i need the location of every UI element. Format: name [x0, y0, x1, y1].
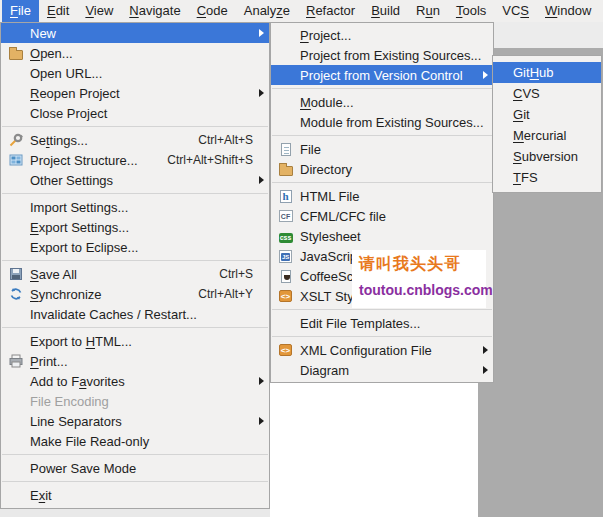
menu-item-project-structure[interactable]: Project Structure...Ctrl+Alt+Shift+S — [1, 150, 269, 170]
menubar-item-view[interactable]: View — [77, 0, 121, 22]
menu-item-export-to-html[interactable]: Export to HTML... — [1, 331, 269, 351]
menu-item-cfml-cfc-file[interactable]: CFML/CFC file — [271, 206, 493, 226]
menubar-item-navigate[interactable]: Navigate — [121, 0, 188, 22]
menu-item-synchronize[interactable]: SynchronizeCtrl+Alt+Y — [1, 284, 269, 304]
folder-icon — [7, 45, 24, 61]
menubar-item-window[interactable]: Window — [537, 0, 599, 22]
icon-slot — [7, 219, 24, 235]
icon-slot — [7, 373, 24, 389]
menu-item-label: Stylesheet — [300, 229, 361, 244]
watermark-line2: toutou.cnblogs.com — [359, 282, 486, 298]
menu-item-invalidate-caches-restart[interactable]: Invalidate Caches / Restart... — [1, 304, 269, 324]
menu-item-reopen-project[interactable]: Reopen Project — [1, 83, 269, 103]
menu-item-xml-configuration-file[interactable]: XML Configuration File — [271, 340, 493, 360]
menu-item-label: Edit File Templates... — [300, 316, 420, 331]
submenu-arrow-icon — [483, 71, 488, 79]
menu-item-label: Save All — [30, 267, 77, 282]
menu-item-add-to-favorites[interactable]: Add to Favorites — [1, 371, 269, 391]
menu-item-diagram[interactable]: Diagram — [271, 360, 493, 380]
menubar-item-run[interactable]: Run — [408, 0, 448, 22]
submenu-arrow-icon — [259, 377, 264, 385]
icon-slot — [7, 85, 24, 101]
folder-icon — [277, 161, 294, 177]
icon-slot — [7, 413, 24, 429]
structure-icon — [7, 152, 24, 168]
editor-background — [270, 379, 478, 517]
menubar-item-analyze[interactable]: Analyze — [236, 0, 298, 22]
menu-item-power-save-mode[interactable]: Power Save Mode — [1, 458, 269, 478]
menu-item-label: Module... — [300, 95, 354, 110]
menu-item-label: Open URL... — [30, 66, 102, 81]
menu-item-new[interactable]: New — [1, 23, 269, 43]
menu-item-project-from-version-control[interactable]: Project from Version Control — [271, 65, 493, 85]
new-submenu-popup: Project...Project from Existing Sources.… — [270, 22, 494, 383]
menu-item-subversion[interactable]: Subversion — [493, 146, 601, 167]
menu-item-save-all[interactable]: Save AllCtrl+S — [1, 264, 269, 284]
menu-separator — [2, 193, 268, 194]
shortcut-label: Ctrl+Alt+Y — [184, 287, 253, 301]
menu-item-line-separators[interactable]: Line Separators — [1, 411, 269, 431]
menu-item-cvs[interactable]: CVS — [493, 83, 601, 104]
menubar-item-help[interactable]: Help — [599, 0, 603, 22]
menu-item-label: Add to Favorites — [30, 374, 125, 389]
menu-item-label: Module from Existing Sources... — [300, 115, 484, 130]
menu-item-settings[interactable]: Settings...Ctrl+Alt+S — [1, 130, 269, 150]
menubar-item-edit[interactable]: Edit — [39, 0, 77, 22]
menu-item-label: Synchronize — [30, 287, 102, 302]
menu-item-file[interactable]: File — [271, 139, 493, 159]
menu-item-print[interactable]: Print... — [1, 351, 269, 371]
menu-separator — [272, 135, 492, 136]
menubar-item-build[interactable]: Build — [363, 0, 408, 22]
menu-item-module[interactable]: Module... — [271, 92, 493, 112]
menubar-item-vcs[interactable]: VCS — [494, 0, 537, 22]
menu-item-edit-file-templates[interactable]: Edit File Templates... — [271, 313, 493, 333]
menubar-item-tools[interactable]: Tools — [448, 0, 494, 22]
menu-item-stylesheet[interactable]: Stylesheet — [271, 226, 493, 246]
menu-item-label: Project from Existing Sources... — [300, 48, 481, 63]
menu-item-close-project[interactable]: Close Project — [1, 103, 269, 123]
menu-item-html-file[interactable]: HTML File — [271, 186, 493, 206]
save-icon — [7, 266, 24, 282]
icon-slot — [7, 306, 24, 322]
submenu-arrow-icon — [259, 176, 264, 184]
menu-item-github[interactable]: GitHub — [493, 62, 601, 83]
menu-item-mercurial[interactable]: Mercurial — [493, 125, 601, 146]
menu-item-export-settings[interactable]: Export Settings... — [1, 217, 269, 237]
menu-item-label: New — [30, 26, 56, 41]
menubar-item-file[interactable]: File — [2, 0, 39, 22]
icon-slot — [277, 315, 294, 331]
menu-item-module-from-existing-sources[interactable]: Module from Existing Sources... — [271, 112, 493, 132]
menu-item-label: File — [300, 142, 321, 157]
menu-item-make-file-read-only[interactable]: Make File Read-only — [1, 431, 269, 451]
menu-item-project-from-existing-sources[interactable]: Project from Existing Sources... — [271, 45, 493, 65]
icon-slot — [277, 362, 294, 378]
menu-item-label: Reopen Project — [30, 86, 120, 101]
menu-item-tfs[interactable]: TFS — [493, 167, 601, 188]
wrench-icon — [7, 132, 24, 148]
submenu-arrow-icon — [483, 346, 488, 354]
menu-item-label: Git — [513, 107, 530, 122]
menu-item-export-to-eclipse[interactable]: Export to Eclipse... — [1, 237, 269, 257]
menu-separator — [2, 454, 268, 455]
icon-slot — [7, 172, 24, 188]
menu-item-exit[interactable]: Exit — [1, 485, 269, 505]
menu-separator — [272, 309, 492, 310]
menu-item-directory[interactable]: Directory — [271, 159, 493, 179]
icon-slot — [7, 105, 24, 121]
menu-item-project[interactable]: Project... — [271, 25, 493, 45]
menu-item-open-url[interactable]: Open URL... — [1, 63, 269, 83]
menubar-item-refactor[interactable]: Refactor — [298, 0, 363, 22]
menu-item-label: Directory — [300, 162, 352, 177]
menu-item-open[interactable]: Open... — [1, 43, 269, 63]
shortcut-label: Ctrl+S — [205, 267, 253, 281]
menu-item-import-settings[interactable]: Import Settings... — [1, 197, 269, 217]
menu-item-label: Settings... — [30, 133, 88, 148]
icon-slot — [277, 67, 294, 83]
menubar-item-code[interactable]: Code — [189, 0, 236, 22]
submenu-arrow-icon — [483, 366, 488, 374]
menu-item-label: Make File Read-only — [30, 434, 149, 449]
menu-item-other-settings[interactable]: Other Settings — [1, 170, 269, 190]
watermark-line1: 请叫我头头哥 — [359, 254, 486, 275]
menu-item-git[interactable]: Git — [493, 104, 601, 125]
icon-slot — [7, 65, 24, 81]
